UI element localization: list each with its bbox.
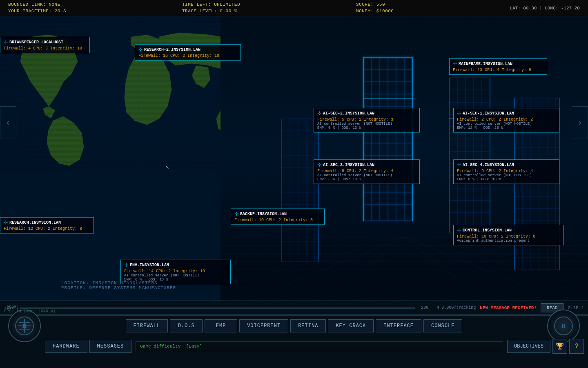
hud-bounced-value: None <box>49 2 60 7</box>
hud-time-trace: TIME LEFT: Unlimited TRACE LEVEL: 0.00 % <box>182 2 240 14</box>
message-text: Game difficulty: [Easy] <box>140 344 202 349</box>
timer-display: 0:15.1 <box>568 305 584 310</box>
nav-arrow-right[interactable]: › <box>572 106 588 139</box>
crosshair-icon: ⊹ <box>138 47 143 53</box>
node-aisec2[interactable]: ⊹ AI-Sec-2.InsySion.lan Firewall: 5 CPU:… <box>314 108 420 132</box>
node-desc: AI controlled server (NOT HOSTILE) <box>457 122 556 126</box>
node-research2[interactable]: ⊹ Research-2.InsySion.lan Firewall: 16 C… <box>135 44 241 61</box>
crosshair-icon: ⊹ <box>4 220 8 226</box>
node-stats: Firewall: 10 CPU: 2 Integrity: 5 <box>234 218 321 222</box>
top-hud: BOUNCED LINK: None YOUR TRACETIME: 20 s … <box>0 0 588 16</box>
help-icon: ? <box>575 343 579 350</box>
game-area: ⊹ BrianSpencer.LocalHost Firewall: 4 CPU… <box>0 16 588 315</box>
crosshair-icon: ⊹ <box>317 162 321 168</box>
node-desc: AI controlled server (NOT HOSTILE) <box>457 173 556 177</box>
help-button[interactable]: ? <box>569 339 584 354</box>
node-stats: Firewall: 8 CPU: 2 Integrity: 4 <box>317 169 416 173</box>
node-actions: EMP: 6 % | DOS: 13 % <box>457 177 556 182</box>
node-aisec3[interactable]: ⊹ AI-Sec-3.InsySion.lan Firewall: 8 CPU:… <box>314 159 420 184</box>
toolbar-row1: H Firewall D.O.S EMP Voiceprint Retina K… <box>0 316 588 336</box>
node-actions: EMP: 12 % | DOS: 25 % <box>457 126 556 130</box>
interface-button[interactable]: Interface <box>376 319 421 332</box>
hud-time-label: TIME LEFT: Unlimited <box>182 2 240 8</box>
hud-trace-label: TRACE LEVEL: 0.00 % <box>182 8 240 14</box>
crosshair-icon: ⊹ <box>4 39 8 45</box>
node-backup[interactable]: ⊹ Backup.InsySion.lan Firewall: 10 CPU: … <box>231 209 325 225</box>
firewall-button[interactable]: Firewall <box>126 319 168 332</box>
hud-bounced-label: BOUNCED LINK: None <box>8 2 66 8</box>
node-research[interactable]: ⊹ Research.InsySion.lan Firewall: 12 CPU… <box>0 217 94 233</box>
node-desc: Voiceprint authentication present <box>457 239 560 243</box>
hud-trace-value: 0.00 % <box>220 9 237 13</box>
node-stats: Firewall: 9 CPU: 2 Integrity: 4 <box>457 169 556 173</box>
node-brianspencer[interactable]: ⊹ BrianSpencer.LocalHost Firewall: 4 CPU… <box>0 37 90 53</box>
fps-display: FPS: 59 (Avg: 1049.4) <box>4 309 56 314</box>
node-desc: AI controlled server (NOT HOSTILE) <box>317 173 416 177</box>
node-stats: Firewall: 10 CPU: 2 Integrity: 6 <box>457 234 560 239</box>
hud-score-money: SCORE: 550 MONEY: $10000 <box>356 2 394 14</box>
progress-bar <box>20 307 415 309</box>
node-aisec4[interactable]: ⊹ AI-Sec-4.InsySion.lan Firewall: 9 CPU:… <box>453 159 559 184</box>
node-control[interactable]: ⊹ Control.InsySion.lan Firewall: 10 CPU:… <box>453 225 564 245</box>
hud-coordinates: LAT: 80.30 | LONG: -127.20 <box>510 6 580 11</box>
range-max: 200 <box>421 305 428 310</box>
node-title-text: AI-Sec-3.InsySion.lan <box>323 163 374 167</box>
node-aisec1[interactable]: ⊹ AI-Sec-1.InsySion.lan Firewall: 2 CPU:… <box>453 108 559 132</box>
node-title-text: AI-Sec-2.InsySion.lan <box>323 111 374 116</box>
messages-button[interactable]: Messages <box>89 340 132 353</box>
city-svg <box>220 16 588 286</box>
crosshair-icon: ⊹ <box>457 110 461 117</box>
node-stats: Firewall: 12 CPU: 2 Integrity: 8 <box>4 227 90 231</box>
message-display: Game difficulty: [Easy] <box>136 341 503 351</box>
node-actions: EMP: 6 % | DOS: 13 % <box>317 126 416 130</box>
emp-button[interactable]: EMP <box>205 319 237 332</box>
node-stats: Firewall: 2 CPU: 2 Integrity: 2 <box>457 117 556 122</box>
node-desc: AI controlled server (NOT HOSTILE) <box>317 122 416 126</box>
voiceprint-button[interactable]: Voiceprint <box>239 319 288 332</box>
toolbar-buttons-row1: Firewall D.O.S EMP Voiceprint Retina Key… <box>47 319 541 332</box>
hud-score-value: 550 <box>376 2 385 7</box>
location-line1: Location: Insysion headquarters <box>61 280 176 285</box>
node-stats: Firewall: 14 CPU: 2 Integrity: 10 <box>124 269 227 274</box>
fps-counter: [Idle] FPS: 59 (Avg: 1049.4) <box>4 305 56 314</box>
node-title-text: MainFrame.InsySion.lan <box>459 62 512 66</box>
node-title-text: BrianSpencer.LocalHost <box>9 40 63 45</box>
hud-bounced-tracetime: BOUNCED LINK: None YOUR TRACETIME: 20 s <box>8 2 66 14</box>
dos-button[interactable]: D.O.S <box>170 319 203 332</box>
node-mainframe[interactable]: ⊹ MainFrame.InsySion.lan Firewall: 13 CP… <box>449 58 547 75</box>
node-stats: Firewall: 4 CPU: 3 Integrity: 10 <box>4 46 86 51</box>
hardware-button[interactable]: Hardware <box>45 340 87 353</box>
hud-time-value: Unlimited <box>214 2 240 7</box>
crosshair-icon: ⊹ <box>457 162 461 168</box>
objectives-button[interactable]: Objectives <box>507 340 550 353</box>
node-stats: Firewall: 5 CPU: 2 Integrity: 3 <box>317 117 416 122</box>
hud-lat-value: 80.30 <box>523 6 537 11</box>
bottom-toolbar: H Firewall D.O.S EMP Voiceprint Retina K… <box>0 315 588 368</box>
node-actions: EMP: 6 % | DOS: 13 % <box>317 177 416 182</box>
location-info: Location: Insysion headquarters Profile:… <box>61 280 176 290</box>
node-desc: AI controlled server (NOT HOSTILE) <box>124 274 227 278</box>
crosshair-icon: ⊹ <box>457 227 461 233</box>
nav-arrow-left[interactable]: ‹ <box>0 106 16 139</box>
hud-long-value: -127.20 <box>561 6 580 11</box>
node-title-text: Research.InsySion.lan <box>9 220 61 225</box>
tracking-display: 4 0.000/tracking <box>437 305 476 310</box>
node-title-text: Backup.InsySion.lan <box>240 212 287 216</box>
console-button[interactable]: Console <box>423 319 462 332</box>
node-stats: Firewall: 13 CPU: 4 Integrity: 8 <box>453 68 543 72</box>
keycrack-button[interactable]: Key Crack <box>328 319 374 332</box>
cursor: ↖ <box>165 163 169 171</box>
crosshair-icon: ⊹ <box>317 110 321 117</box>
hud-score-label: SCORE: 550 <box>356 2 394 8</box>
hud-money-value: $10000 <box>376 9 394 13</box>
retina-button[interactable]: Retina <box>290 319 326 332</box>
svg-text:H: H <box>561 323 566 329</box>
crosshair-icon: ⊹ <box>453 61 457 67</box>
new-message-text: New message received! <box>480 305 537 310</box>
hud-tracetime-label: YOUR TRACETIME: 20 s <box>8 8 66 14</box>
trophy-button[interactable]: 🏆 <box>552 339 567 354</box>
trophy-icon: 🏆 <box>556 342 564 350</box>
crosshair-icon: ⊹ <box>124 262 128 268</box>
svg-text:H: H <box>22 323 27 329</box>
status-bar: -200 200 4 0.000/tracking New message re… <box>0 301 588 315</box>
